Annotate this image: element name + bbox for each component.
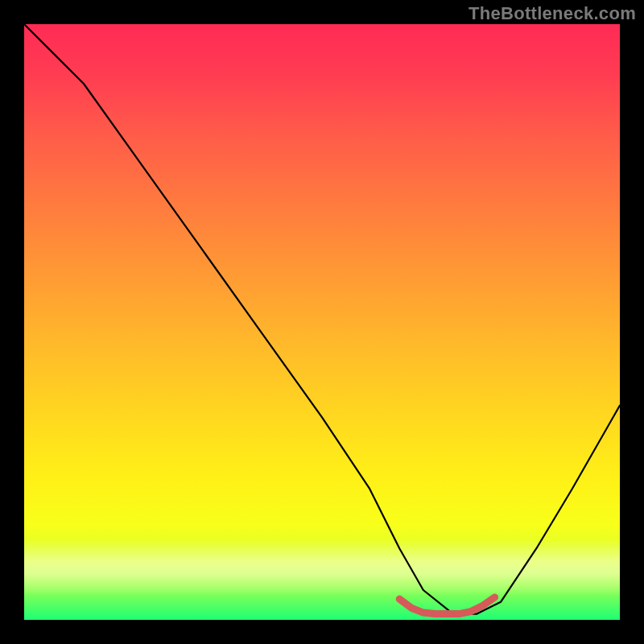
- plot-area: [24, 24, 620, 620]
- bottleneck-curve: [24, 24, 620, 614]
- curve-layer: [24, 24, 620, 620]
- chart-frame: TheBottleneck.com: [0, 0, 644, 644]
- watermark-text: TheBottleneck.com: [469, 3, 636, 24]
